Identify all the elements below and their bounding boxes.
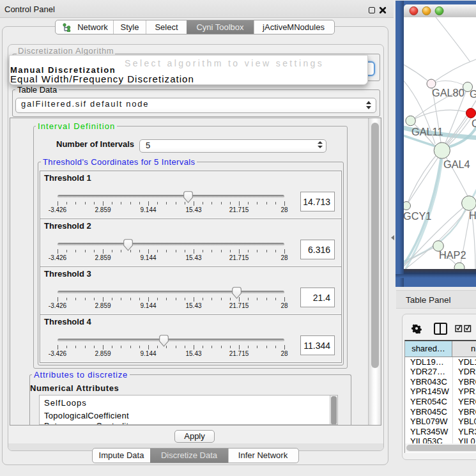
svg-text:GAL11: GAL11 <box>411 126 443 137</box>
svg-text:GAL80: GAL80 <box>432 87 464 98</box>
svg-text:GAL4: GAL4 <box>443 158 470 170</box>
svg-text:GCY1: GCY1 <box>404 210 431 222</box>
svg-text:HAP2: HAP2 <box>439 249 466 261</box>
svg-text:C: C <box>472 118 476 129</box>
svg-text:H: H <box>469 210 476 221</box>
svg-text:GA: GA <box>470 88 476 100</box>
